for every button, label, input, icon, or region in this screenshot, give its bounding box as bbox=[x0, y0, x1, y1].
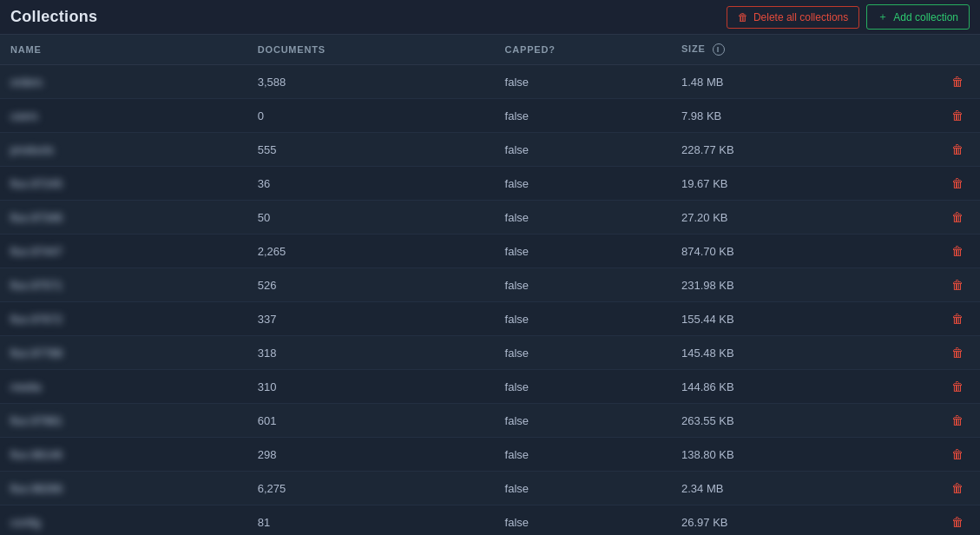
collection-capped: false bbox=[495, 234, 671, 268]
collection-capped: false bbox=[495, 167, 671, 201]
collection-name[interactable]: products bbox=[0, 133, 247, 167]
collection-documents: 601 bbox=[247, 404, 495, 438]
collection-size: 26.97 KB bbox=[671, 505, 936, 536]
collection-documents: 81 bbox=[247, 505, 495, 536]
delete-icon: 🗑 bbox=[951, 312, 964, 326]
delete-collection-button[interactable]: 🗑 bbox=[946, 242, 969, 260]
column-header-name: NAME bbox=[0, 35, 247, 65]
column-header-capped: CAPPED? bbox=[495, 35, 671, 65]
collection-name[interactable]: flux.97346 bbox=[0, 201, 247, 234]
collections-table: NAME DOCUMENTS CAPPED? SIZE i orders3,58… bbox=[0, 35, 980, 535]
table-row: flux.974472,265false874.70 KB🗑 bbox=[0, 234, 980, 268]
collections-table-container: NAME DOCUMENTS CAPPED? SIZE i orders3,58… bbox=[0, 35, 980, 535]
collection-size: 874.70 KB bbox=[671, 234, 936, 268]
delete-collection-button[interactable]: 🗑 bbox=[946, 412, 969, 429]
table-row: flux.97981601false263.55 KB🗑 bbox=[0, 404, 980, 438]
collection-action: 🗑 bbox=[936, 234, 980, 268]
delete-icon: 🗑 bbox=[951, 210, 964, 224]
size-info-icon[interactable]: i bbox=[713, 43, 725, 56]
collection-action: 🗑 bbox=[936, 65, 980, 99]
table-row: orders3,588false1.48 MB🗑 bbox=[0, 65, 980, 99]
delete-collection-button[interactable]: 🗑 bbox=[946, 73, 969, 90]
collection-action: 🗑 bbox=[936, 302, 980, 336]
collection-documents: 50 bbox=[247, 201, 495, 234]
collection-capped: false bbox=[495, 133, 671, 167]
column-header-size: SIZE i bbox=[671, 35, 936, 65]
collection-size: 155.44 KB bbox=[671, 302, 936, 336]
collection-documents: 337 bbox=[247, 302, 495, 336]
collection-action: 🗑 bbox=[936, 336, 980, 370]
table-row: flux.98146298false138.80 KB🗑 bbox=[0, 438, 980, 472]
delete-icon: 🗑 bbox=[951, 176, 964, 190]
collection-capped: false bbox=[495, 302, 671, 336]
table-row: products555false228.77 KB🗑 bbox=[0, 133, 980, 167]
page-title: Collections bbox=[10, 8, 97, 26]
collection-size: 7.98 KB bbox=[671, 99, 936, 133]
delete-collection-button[interactable]: 🗑 bbox=[946, 175, 969, 192]
collection-name[interactable]: config bbox=[0, 505, 247, 536]
collection-documents: 2,265 bbox=[247, 234, 495, 268]
collection-name[interactable]: flux.97245 bbox=[0, 167, 247, 201]
collection-capped: false bbox=[495, 201, 671, 234]
collection-action: 🗑 bbox=[936, 133, 980, 167]
delete-icon: 🗑 bbox=[951, 109, 964, 122]
table-row: flux.97788318false145.48 KB🗑 bbox=[0, 336, 980, 370]
collection-size: 27.20 KB bbox=[671, 201, 936, 234]
delete-collection-button[interactable]: 🗑 bbox=[946, 107, 969, 124]
collection-documents: 0 bbox=[247, 99, 495, 133]
delete-collection-button[interactable]: 🗑 bbox=[946, 310, 969, 327]
collection-capped: false bbox=[495, 370, 671, 404]
table-row: users0false7.98 KB🗑 bbox=[0, 99, 980, 133]
collection-action: 🗑 bbox=[936, 370, 980, 404]
collection-action: 🗑 bbox=[936, 404, 980, 438]
page-header: Collections 🗑 Delete all collections ＋ A… bbox=[0, 0, 980, 35]
delete-collection-button[interactable]: 🗑 bbox=[946, 479, 969, 497]
delete-icon: 🗑 bbox=[951, 515, 964, 529]
collection-name[interactable]: flux.97571 bbox=[0, 268, 247, 302]
add-collection-label: Add collection bbox=[893, 11, 958, 23]
collection-action: 🗑 bbox=[936, 99, 980, 133]
delete-icon: 🗑 bbox=[951, 447, 964, 461]
delete-collection-button[interactable]: 🗑 bbox=[946, 378, 969, 395]
delete-collection-button[interactable]: 🗑 bbox=[946, 208, 969, 226]
delete-all-label: Delete all collections bbox=[753, 11, 848, 23]
collection-documents: 555 bbox=[247, 133, 495, 167]
collection-action: 🗑 bbox=[936, 505, 980, 536]
collection-name[interactable]: orders bbox=[0, 65, 247, 99]
collection-name[interactable]: flux.98146 bbox=[0, 438, 247, 472]
collection-documents: 36 bbox=[247, 167, 495, 201]
collection-name[interactable]: users bbox=[0, 99, 247, 133]
collection-name[interactable]: flux.98266 bbox=[0, 472, 247, 505]
collection-documents: 6,275 bbox=[247, 472, 495, 505]
collection-capped: false bbox=[495, 65, 671, 99]
add-collection-button[interactable]: ＋ Add collection bbox=[866, 4, 970, 30]
delete-collection-button[interactable]: 🗑 bbox=[946, 141, 969, 158]
delete-icon: 🗑 bbox=[951, 75, 964, 89]
collection-capped: false bbox=[495, 438, 671, 472]
table-row: config81false26.97 KB🗑 bbox=[0, 505, 980, 536]
delete-icon: 🗑 bbox=[951, 244, 964, 258]
collection-capped: false bbox=[495, 472, 671, 505]
collection-documents: 318 bbox=[247, 336, 495, 370]
collection-name[interactable]: flux.97447 bbox=[0, 234, 247, 268]
delete-collection-button[interactable]: 🗑 bbox=[946, 513, 969, 531]
collection-name[interactable]: flux.97672 bbox=[0, 302, 247, 336]
delete-all-collections-button[interactable]: 🗑 Delete all collections bbox=[727, 6, 859, 29]
collection-capped: false bbox=[495, 268, 671, 302]
collection-name[interactable]: flux.97788 bbox=[0, 336, 247, 370]
delete-collection-button[interactable]: 🗑 bbox=[946, 446, 969, 463]
collection-name[interactable]: flux.97981 bbox=[0, 404, 247, 438]
collection-size: 231.98 KB bbox=[671, 268, 936, 302]
collection-size: 19.67 KB bbox=[671, 167, 936, 201]
collection-name[interactable]: media bbox=[0, 370, 247, 404]
collection-documents: 298 bbox=[247, 438, 495, 472]
delete-icon: 🗑 bbox=[951, 380, 964, 393]
collection-size: 263.55 KB bbox=[671, 404, 936, 438]
delete-collection-button[interactable]: 🗑 bbox=[946, 276, 969, 294]
collection-size: 1.48 MB bbox=[671, 65, 936, 99]
table-header: NAME DOCUMENTS CAPPED? SIZE i bbox=[0, 35, 980, 65]
delete-icon: 🗑 bbox=[951, 142, 964, 156]
delete-collection-button[interactable]: 🗑 bbox=[946, 344, 969, 361]
collection-action: 🗑 bbox=[936, 472, 980, 505]
delete-icon: 🗑 bbox=[951, 346, 964, 360]
